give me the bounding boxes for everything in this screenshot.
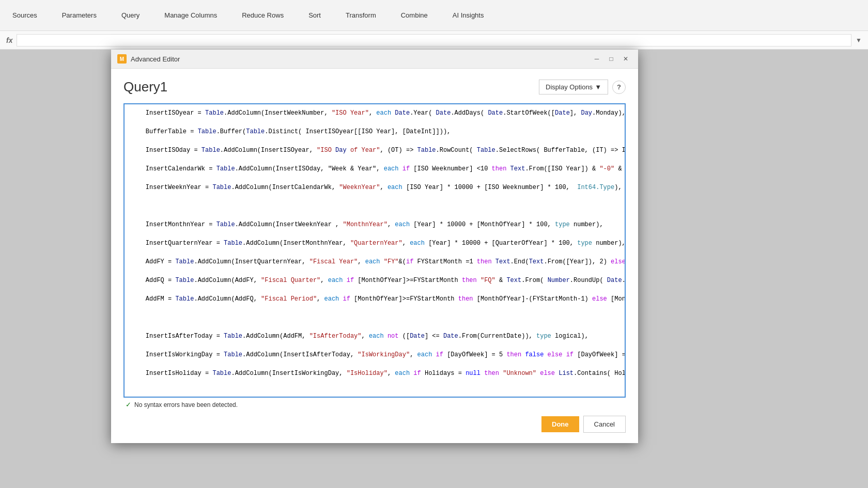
display-options-button[interactable]: Display Options ▼ [539, 80, 608, 95]
menu-combine[interactable]: Combine [397, 9, 432, 21]
display-options-arrow-icon: ▼ [595, 83, 601, 91]
code-editor[interactable]: InsertISOyear = Table.AddColumn(InsertWe… [123, 103, 626, 398]
fx-icon: fx [6, 36, 12, 44]
dialog-window-controls: ─ □ ✕ [591, 54, 632, 64]
dialog-header: Query1 Display Options ▼ ? [123, 79, 626, 95]
status-text: No syntax errors have been detected. [134, 401, 238, 408]
menu-reduce-rows[interactable]: Reduce Rows [238, 9, 288, 21]
maximize-button[interactable]: □ [605, 54, 617, 64]
dialog-title-text: Advanced Editor [131, 55, 180, 63]
formula-bar: fx ▼ [0, 31, 868, 50]
app-menubar: Sources Parameters Query Manage Columns … [0, 0, 868, 31]
dialog-footer: Done Cancel [123, 412, 626, 435]
code-content[interactable]: InsertISOyear = Table.AddColumn(InsertWe… [125, 104, 625, 397]
done-button[interactable]: Done [541, 416, 579, 432]
status-check-icon: ✓ [126, 401, 131, 408]
display-options-label: Display Options [546, 83, 593, 91]
advanced-editor-dialog: M Advanced Editor ─ □ ✕ Query1 Display O… [111, 50, 638, 443]
query-title: Query1 [123, 79, 167, 95]
close-button[interactable]: ✕ [619, 54, 632, 64]
menu-query[interactable]: Query [117, 9, 144, 21]
formula-input[interactable] [17, 34, 851, 46]
minimize-button[interactable]: ─ [591, 54, 603, 64]
dialog-titlebar: M Advanced Editor ─ □ ✕ [111, 50, 638, 69]
app-logo: M [117, 54, 127, 64]
help-button[interactable]: ? [612, 81, 626, 94]
menu-transform[interactable]: Transform [342, 9, 380, 21]
formula-chevron-icon[interactable]: ▼ [856, 37, 862, 44]
menu-parameters[interactable]: Parameters [58, 9, 101, 21]
menu-ai-insights[interactable]: AI Insights [448, 9, 488, 21]
menu-manage-columns[interactable]: Manage Columns [160, 9, 221, 21]
logo-text: M [120, 56, 124, 62]
cancel-button[interactable]: Cancel [583, 416, 626, 433]
dialog-title-left: M Advanced Editor [117, 54, 180, 64]
display-options-area: Display Options ▼ ? [539, 80, 626, 95]
menu-sources[interactable]: Sources [8, 9, 41, 21]
menu-sort[interactable]: Sort [304, 9, 325, 21]
status-bar: ✓ No syntax errors have been detected. [123, 398, 626, 412]
dialog-body: Query1 Display Options ▼ ? InsertISOyear… [111, 69, 638, 443]
